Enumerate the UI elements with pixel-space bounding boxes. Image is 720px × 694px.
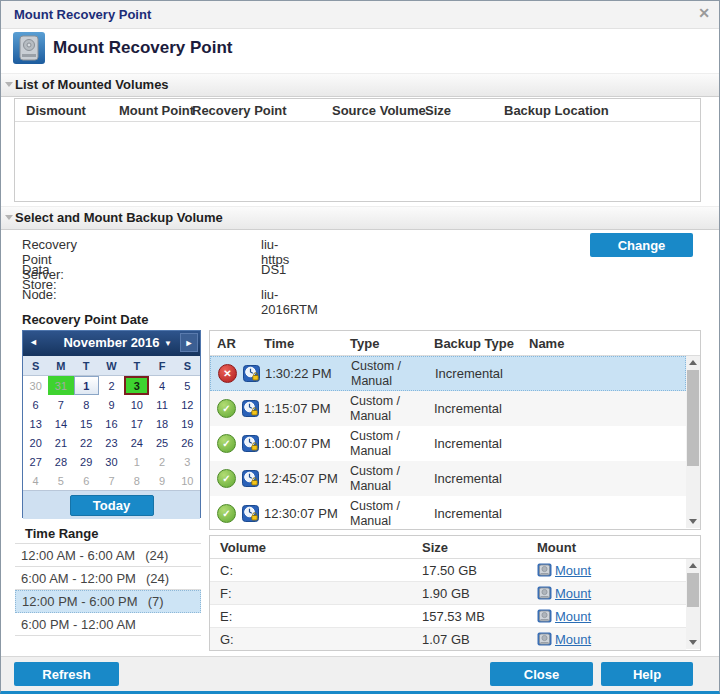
recovery-point-type: Custom / Manual bbox=[350, 429, 434, 458]
time-range-text: 12:00 AM - 6:00 AM bbox=[21, 548, 135, 563]
calendar-day[interactable]: 19 bbox=[175, 414, 200, 433]
calendar-day[interactable]: 24 bbox=[124, 433, 149, 452]
calendar-day[interactable]: 26 bbox=[175, 433, 200, 452]
recovery-point-row[interactable]: 1:15:07 PM Custom / Manual Incremental bbox=[210, 391, 686, 426]
calendar-day[interactable]: 28 bbox=[48, 452, 73, 471]
calendar-day[interactable]: 4 bbox=[149, 376, 174, 395]
calendar-day[interactable]: 30 bbox=[23, 376, 48, 395]
chevron-down-icon[interactable]: ▼ bbox=[164, 339, 172, 348]
time-range-item[interactable]: 12:00 AM - 6:00 AM (24) bbox=[15, 544, 201, 567]
calendar-day[interactable]: 5 bbox=[48, 471, 73, 490]
calendar-day[interactable]: 6 bbox=[23, 395, 48, 414]
mount-link[interactable]: Mount bbox=[555, 609, 591, 624]
calendar-day[interactable]: 15 bbox=[74, 414, 99, 433]
calendar-day[interactable]: 8 bbox=[124, 471, 149, 490]
volume-letter: G: bbox=[210, 632, 422, 647]
calendar-month-title[interactable]: November 2016 bbox=[23, 335, 200, 350]
calendar-day[interactable]: 5 bbox=[175, 376, 200, 395]
scroll-up-icon[interactable] bbox=[689, 563, 697, 568]
calendar-day[interactable]: 7 bbox=[99, 471, 124, 490]
calendar-day[interactable]: 18 bbox=[149, 414, 174, 433]
calendar-day[interactable]: 10 bbox=[124, 395, 149, 414]
calendar-day[interactable]: 3 bbox=[175, 452, 200, 471]
recovery-point-row[interactable]: 12:45:07 PM Custom / Manual Incremental bbox=[210, 461, 686, 496]
next-month-icon[interactable]: ► bbox=[180, 333, 198, 352]
status-icon bbox=[218, 364, 237, 383]
calendar-day[interactable]: 1 bbox=[74, 376, 99, 395]
calendar-day[interactable]: 29 bbox=[74, 452, 99, 471]
close-button[interactable]: Close bbox=[490, 662, 593, 686]
today-button[interactable]: Today bbox=[70, 495, 154, 516]
scroll-down-icon[interactable] bbox=[689, 640, 697, 645]
calendar-day[interactable]: 22 bbox=[74, 433, 99, 452]
calendar-day[interactable]: 8 bbox=[74, 395, 99, 414]
calendar-day[interactable]: 7 bbox=[48, 395, 73, 414]
calendar-day[interactable]: 21 bbox=[48, 433, 73, 452]
status-icon bbox=[217, 399, 236, 418]
calendar-day[interactable]: 20 bbox=[23, 433, 48, 452]
calendar-day[interactable]: 27 bbox=[23, 452, 48, 471]
calendar-day[interactable]: 9 bbox=[99, 395, 124, 414]
calendar-day[interactable]: 17 bbox=[124, 414, 149, 433]
close-icon[interactable]: ✕ bbox=[698, 5, 710, 21]
scrollbar[interactable] bbox=[686, 559, 700, 649]
recovery-point-backup-type: Incremental bbox=[435, 366, 530, 381]
scroll-thumb[interactable] bbox=[687, 573, 699, 607]
recovery-point-date-label: Recovery Point Date bbox=[22, 312, 148, 327]
calendar-day[interactable]: 10 bbox=[175, 471, 200, 490]
volume-row: E: 157.53 MB Mount bbox=[210, 605, 686, 628]
recovery-point-row[interactable]: 1:30:22 PM Custom / Manual Incremental bbox=[210, 356, 686, 391]
col-size: Size bbox=[422, 540, 537, 555]
mount-link[interactable]: Mount bbox=[555, 563, 591, 578]
calendar-day[interactable]: 2 bbox=[99, 376, 124, 395]
field-value: DS1 bbox=[261, 262, 286, 277]
calendar-day[interactable]: 2 bbox=[149, 452, 174, 471]
disk-icon bbox=[537, 609, 552, 623]
window-title: Mount Recovery Point bbox=[14, 7, 151, 22]
page-title: Mount Recovery Point bbox=[53, 38, 232, 58]
calendar-day[interactable]: 25 bbox=[149, 433, 174, 452]
refresh-button[interactable]: Refresh bbox=[14, 662, 119, 686]
section-select-mount[interactable]: Select and Mount Backup Volume bbox=[1, 206, 719, 230]
scroll-up-icon[interactable] bbox=[689, 360, 697, 365]
mount-link[interactable]: Mount bbox=[555, 586, 591, 601]
calendar-day[interactable]: 23 bbox=[99, 433, 124, 452]
calendar-day[interactable]: 13 bbox=[23, 414, 48, 433]
help-button[interactable]: Help bbox=[601, 662, 693, 686]
volume-size: 1.90 GB bbox=[422, 586, 537, 601]
calendar-day[interactable]: 30 bbox=[99, 452, 124, 471]
calendar-day[interactable]: 12 bbox=[175, 395, 200, 414]
recovery-point-row[interactable]: 1:00:07 PM Custom / Manual Incremental bbox=[210, 426, 686, 461]
calendar-day[interactable]: 9 bbox=[149, 471, 174, 490]
calendar-day[interactable]: 11 bbox=[149, 395, 174, 414]
time-range-count: (24) bbox=[145, 548, 168, 563]
mount-link[interactable]: Mount bbox=[555, 632, 591, 647]
time-range-item[interactable]: 12:00 PM - 6:00 PM (7) bbox=[15, 590, 201, 613]
weekday: M bbox=[48, 356, 73, 375]
calendar-day[interactable]: 4 bbox=[23, 471, 48, 490]
time-range-text: 12:00 PM - 6:00 PM bbox=[22, 594, 138, 609]
scrollbar[interactable] bbox=[686, 356, 700, 528]
time-range-item[interactable]: 6:00 PM - 12:00 AM bbox=[15, 613, 201, 636]
calendar-day[interactable]: 31 bbox=[48, 376, 73, 395]
calendar-day[interactable]: 16 bbox=[99, 414, 124, 433]
section-mounted-volumes[interactable]: List of Mounted Volumes bbox=[1, 73, 719, 97]
scroll-down-icon[interactable] bbox=[689, 519, 697, 524]
recovery-point-row[interactable]: 12:30:07 PM Custom / Manual Incremental bbox=[210, 496, 686, 529]
weekday: T bbox=[124, 356, 149, 375]
volume-row: F: 1.90 GB Mount bbox=[210, 582, 686, 605]
weekday: S bbox=[175, 356, 200, 375]
time-range-item[interactable]: 6:00 AM - 12:00 PM (24) bbox=[15, 567, 201, 590]
calendar-day[interactable]: 3 bbox=[124, 376, 149, 395]
volumes-table: Volume Size Mount C: 17.50 GB Mount F: 1… bbox=[209, 535, 701, 651]
calendar-day[interactable]: 6 bbox=[74, 471, 99, 490]
volume-size: 157.53 MB bbox=[422, 609, 537, 624]
scroll-thumb[interactable] bbox=[687, 370, 699, 466]
change-button[interactable]: Change bbox=[590, 233, 693, 257]
encrypted-time-icon bbox=[242, 435, 259, 452]
calendar-day[interactable]: 1 bbox=[124, 452, 149, 471]
calendar-day[interactable]: 14 bbox=[48, 414, 73, 433]
mounted-volumes-table: Dismount Mount Point Recovery Point Sour… bbox=[14, 98, 701, 202]
col-mount-point: Mount Point bbox=[119, 103, 192, 118]
disk-icon bbox=[537, 563, 552, 577]
